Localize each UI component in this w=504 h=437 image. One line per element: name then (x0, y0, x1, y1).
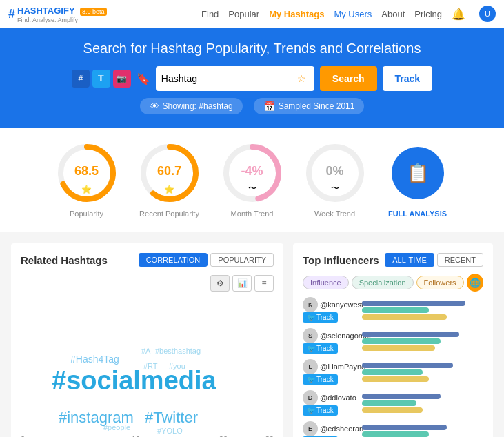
bar-spec-kanyewest (362, 307, 429, 313)
search-button[interactable]: Search (320, 66, 377, 91)
cloud-word-hash4tag[interactable]: #Hash4Tag (70, 354, 119, 365)
bar-influence-liampayne (362, 363, 453, 368)
nav-links: Find Popular My Hashtags My Users About … (201, 6, 496, 22)
inf-bars-liampayne (362, 363, 483, 382)
cloud-word-people[interactable]: #people (103, 423, 130, 431)
bar-influence-edsheeran (362, 425, 447, 430)
influencer-row-liampayne: L @LiamPayne 🐦 Track (303, 359, 483, 385)
month-trend-icon: 〜 (248, 183, 256, 194)
bar-spec-edsheeran (362, 431, 429, 437)
logo-tagline: Find. Analyse. Amplify (17, 17, 107, 23)
related-hashtags-panel: Related Hashtags CORRELATION POPULARITY … (11, 243, 283, 437)
influencers-title: Top Influencers (303, 254, 379, 266)
inf-bars-kanyewest (362, 301, 483, 320)
tab-popularity[interactable]: POPULARITY (210, 253, 274, 267)
recent-popularity-label: Recent Popularity (139, 210, 199, 218)
nav-myhashtags[interactable]: My Hashtags (269, 9, 324, 19)
related-hashtags-header: Related Hashtags CORRELATION POPULARITY (21, 253, 274, 267)
week-trend-icon: 〜 (331, 183, 339, 194)
bar-followers-selenagomez (362, 345, 435, 351)
main-content: Related Hashtags CORRELATION POPULARITY … (0, 232, 504, 437)
inf-bars-selenagomez (362, 332, 483, 351)
track-button[interactable]: Track (383, 66, 433, 91)
search-input[interactable] (161, 73, 297, 84)
avatar-liampayne: L (303, 359, 318, 374)
cloud-word-twitter[interactable]: #Twitter (145, 409, 198, 427)
search-row: # 𝕋 📷 🔖 ☆ Search Track (14, 66, 490, 91)
bookmark-icon: 🔖 (137, 72, 150, 85)
nav-about[interactable]: About (381, 9, 405, 19)
bar-spec-liampayne (362, 369, 423, 375)
hero-section: Search for Hashtag Popularity, Trends an… (0, 28, 504, 128)
tab-recent[interactable]: RECENT (437, 253, 483, 267)
recent-popularity-icon: ⭐ (164, 185, 174, 194)
metric-week-trend: 0% 〜 Week Trend (304, 142, 366, 218)
popularity-value: 68.5 (74, 164, 99, 179)
influencer-row-edsheeran: E @edsheeran 🐦 Track (303, 421, 483, 437)
top-influencers-panel: Top Influencers ALL-TIME RECENT Influenc… (293, 243, 493, 437)
track-btn-selenagomez[interactable]: 🐦 Track (303, 343, 338, 354)
bar-spec-selenagomez (362, 338, 441, 344)
top-nav: # HASHTAGIFY 3.0 beta Find. Analyse. Amp… (0, 0, 504, 28)
twitter-icon-btn[interactable]: 𝕋 (92, 70, 110, 88)
hero-title: Search for Hashtag Popularity, Trends an… (14, 41, 490, 57)
view-filter-btn[interactable]: ⚙ (210, 275, 230, 292)
recent-popularity-value: 60.7 (157, 164, 181, 179)
cloud-word-RT[interactable]: #RT (143, 362, 158, 370)
influencers-header: Top Influencers ALL-TIME RECENT (303, 253, 483, 267)
metric-month-trend: -4% 〜 Month Trend (221, 142, 283, 218)
globe-button[interactable]: 🌐 (467, 274, 483, 292)
search-star-icon[interactable]: ☆ (297, 73, 306, 84)
col-tab-influence[interactable]: Influence (303, 276, 349, 289)
nav-pricing[interactable]: Pricing (414, 9, 442, 19)
tab-correlation[interactable]: CORRELATION (139, 253, 208, 267)
notification-icon[interactable]: 🔔 (452, 8, 465, 21)
view-buttons: ⚙ 📊 ≡ (21, 275, 274, 292)
cloud-word-besthashtag[interactable]: #besthashtag (155, 347, 201, 355)
metric-popularity: 68.5 ⭐ Popularity (56, 142, 118, 218)
inf-bars-ddlovato (362, 394, 483, 413)
avatar-selenagomez: S (303, 328, 318, 343)
avatar-kanyewest: K (303, 297, 318, 312)
filter-hashtag[interactable]: 👁 Showing: #hashtag (140, 98, 243, 114)
nav-myusers[interactable]: My Users (334, 9, 372, 19)
influencer-row-kanyewest: K @kanyewest 🐦 Track (303, 297, 483, 323)
view-bar-btn[interactable]: 📊 (232, 275, 252, 292)
filter-date[interactable]: 📅 Sampled Since 2011 (254, 98, 365, 114)
influencers-tabs: ALL-TIME RECENT (385, 253, 483, 267)
metric-recent-popularity: 60.7 ⭐ Recent Popularity (139, 142, 201, 218)
social-icons: # 𝕋 📷 (72, 70, 131, 88)
track-btn-liampayne[interactable]: 🐦 Track (303, 374, 338, 385)
bar-followers-kanyewest (362, 314, 447, 320)
hash-icon-btn[interactable]: # (72, 70, 90, 88)
cloud-word-A[interactable]: #A (141, 347, 150, 355)
word-cloud: #socialmedia #Twitter #instagram #Hash4T… (21, 297, 274, 435)
logo-badge: 3.0 beta (80, 8, 107, 16)
track-btn-ddlovato[interactable]: 🐦 Track (303, 405, 338, 416)
track-btn-kanyewest[interactable]: 🐦 Track (303, 312, 338, 323)
metric-full-analysis[interactable]: 📋 FULL ANALYSIS (387, 142, 449, 218)
popularity-icon: ⭐ (81, 185, 92, 194)
related-hashtags-title: Related Hashtags (21, 254, 108, 266)
inf-name-edsheeran: @edsheeran (320, 425, 363, 433)
col-tab-specialization[interactable]: Specialization (352, 276, 414, 289)
metrics-row: 68.5 ⭐ Popularity 60.7 ⭐ Recent Populari… (0, 128, 504, 232)
week-trend-value: 0% (325, 164, 343, 179)
instagram-icon-btn[interactable]: 📷 (113, 70, 131, 88)
cloud-word-socialmedia[interactable]: #socialmedia (52, 366, 216, 396)
cloud-word-YOLO[interactable]: #YOLO (157, 427, 183, 435)
bar-followers-liampayne (362, 376, 429, 382)
nav-find[interactable]: Find (201, 9, 219, 19)
week-trend-label: Week Trend (314, 210, 355, 218)
col-tab-followers[interactable]: Followers (416, 276, 464, 289)
cloud-word-you[interactable]: #you (169, 362, 185, 370)
search-box: ☆ (156, 66, 314, 91)
tab-all-time[interactable]: ALL-TIME (385, 253, 434, 267)
avatar[interactable]: U (479, 6, 496, 22)
bar-followers-ddlovato (362, 407, 423, 413)
nav-popular[interactable]: Popular (228, 9, 259, 19)
bar-influence-kanyewest (362, 301, 465, 306)
view-list-btn[interactable]: ≡ (254, 275, 274, 292)
filter-row: 👁 Showing: #hashtag 📅 Sampled Since 2011 (14, 98, 490, 114)
logo-text: HASHTAGIFY (17, 6, 75, 16)
